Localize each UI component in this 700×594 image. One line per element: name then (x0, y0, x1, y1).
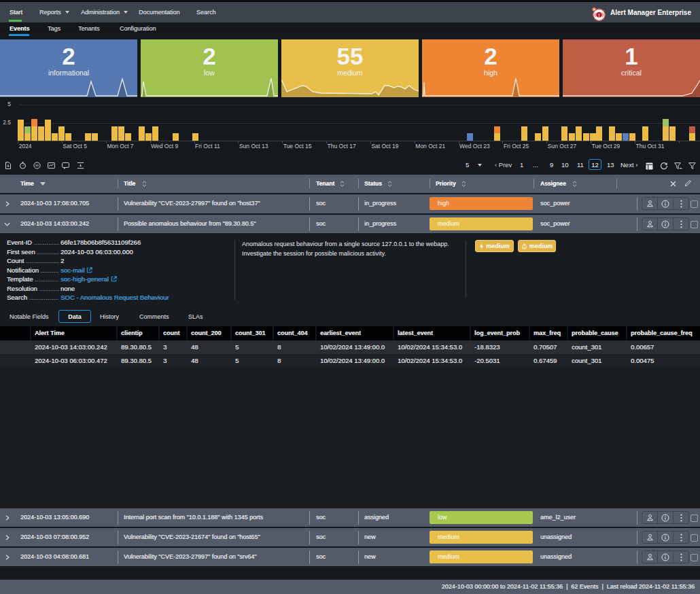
svg-text:!: ! (598, 12, 600, 18)
